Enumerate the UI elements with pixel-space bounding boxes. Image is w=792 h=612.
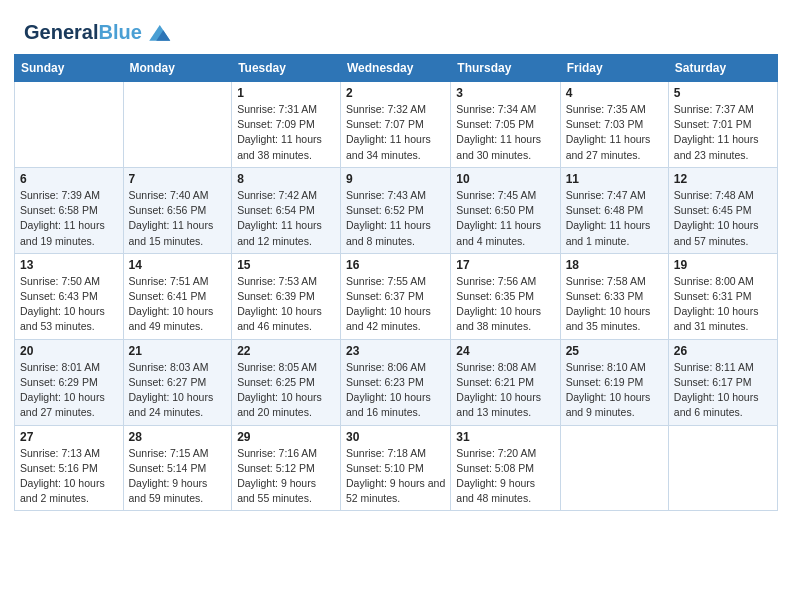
- day-number: 24: [456, 344, 554, 358]
- day-number: 10: [456, 172, 554, 186]
- calendar-cell: 9Sunrise: 7:43 AMSunset: 6:52 PMDaylight…: [341, 167, 451, 253]
- calendar-cell: 12Sunrise: 7:48 AMSunset: 6:45 PMDayligh…: [668, 167, 777, 253]
- day-info: Sunrise: 8:06 AMSunset: 6:23 PMDaylight:…: [346, 360, 445, 421]
- day-number: 21: [129, 344, 227, 358]
- weekday-header: Wednesday: [341, 55, 451, 82]
- day-info: Sunrise: 7:58 AMSunset: 6:33 PMDaylight:…: [566, 274, 663, 335]
- day-info: Sunrise: 7:37 AMSunset: 7:01 PMDaylight:…: [674, 102, 772, 163]
- day-info: Sunrise: 7:43 AMSunset: 6:52 PMDaylight:…: [346, 188, 445, 249]
- day-number: 16: [346, 258, 445, 272]
- day-info: Sunrise: 7:53 AMSunset: 6:39 PMDaylight:…: [237, 274, 335, 335]
- calendar-wrap: SundayMondayTuesdayWednesdayThursdayFrid…: [0, 54, 792, 525]
- calendar-cell: 4Sunrise: 7:35 AMSunset: 7:03 PMDaylight…: [560, 82, 668, 168]
- calendar-cell: 3Sunrise: 7:34 AMSunset: 7:05 PMDaylight…: [451, 82, 560, 168]
- day-number: 5: [674, 86, 772, 100]
- calendar-cell: [15, 82, 124, 168]
- day-info: Sunrise: 7:13 AMSunset: 5:16 PMDaylight:…: [20, 446, 118, 507]
- weekday-header: Friday: [560, 55, 668, 82]
- day-number: 1: [237, 86, 335, 100]
- calendar-cell: 29Sunrise: 7:16 AMSunset: 5:12 PMDayligh…: [232, 425, 341, 511]
- calendar-cell: [560, 425, 668, 511]
- calendar-week-row: 6Sunrise: 7:39 AMSunset: 6:58 PMDaylight…: [15, 167, 778, 253]
- day-info: Sunrise: 7:48 AMSunset: 6:45 PMDaylight:…: [674, 188, 772, 249]
- day-info: Sunrise: 8:00 AMSunset: 6:31 PMDaylight:…: [674, 274, 772, 335]
- day-info: Sunrise: 7:32 AMSunset: 7:07 PMDaylight:…: [346, 102, 445, 163]
- day-number: 8: [237, 172, 335, 186]
- day-number: 2: [346, 86, 445, 100]
- day-number: 28: [129, 430, 227, 444]
- day-info: Sunrise: 8:05 AMSunset: 6:25 PMDaylight:…: [237, 360, 335, 421]
- day-number: 14: [129, 258, 227, 272]
- day-info: Sunrise: 7:20 AMSunset: 5:08 PMDaylight:…: [456, 446, 554, 507]
- day-number: 6: [20, 172, 118, 186]
- day-info: Sunrise: 7:34 AMSunset: 7:05 PMDaylight:…: [456, 102, 554, 163]
- day-info: Sunrise: 7:50 AMSunset: 6:43 PMDaylight:…: [20, 274, 118, 335]
- calendar-cell: 15Sunrise: 7:53 AMSunset: 6:39 PMDayligh…: [232, 253, 341, 339]
- calendar-cell: 8Sunrise: 7:42 AMSunset: 6:54 PMDaylight…: [232, 167, 341, 253]
- calendar-week-row: 1Sunrise: 7:31 AMSunset: 7:09 PMDaylight…: [15, 82, 778, 168]
- day-number: 15: [237, 258, 335, 272]
- day-info: Sunrise: 7:47 AMSunset: 6:48 PMDaylight:…: [566, 188, 663, 249]
- day-number: 26: [674, 344, 772, 358]
- day-number: 27: [20, 430, 118, 444]
- calendar-cell: 20Sunrise: 8:01 AMSunset: 6:29 PMDayligh…: [15, 339, 124, 425]
- day-info: Sunrise: 7:51 AMSunset: 6:41 PMDaylight:…: [129, 274, 227, 335]
- calendar-cell: 2Sunrise: 7:32 AMSunset: 7:07 PMDaylight…: [341, 82, 451, 168]
- day-number: 19: [674, 258, 772, 272]
- calendar-cell: 16Sunrise: 7:55 AMSunset: 6:37 PMDayligh…: [341, 253, 451, 339]
- calendar-week-row: 13Sunrise: 7:50 AMSunset: 6:43 PMDayligh…: [15, 253, 778, 339]
- calendar-cell: 10Sunrise: 7:45 AMSunset: 6:50 PMDayligh…: [451, 167, 560, 253]
- weekday-header: Monday: [123, 55, 232, 82]
- day-number: 20: [20, 344, 118, 358]
- logo-text: GeneralBlue: [24, 22, 142, 42]
- calendar-cell: 27Sunrise: 7:13 AMSunset: 5:16 PMDayligh…: [15, 425, 124, 511]
- calendar-cell: 7Sunrise: 7:40 AMSunset: 6:56 PMDaylight…: [123, 167, 232, 253]
- calendar-cell: 31Sunrise: 7:20 AMSunset: 5:08 PMDayligh…: [451, 425, 560, 511]
- day-number: 30: [346, 430, 445, 444]
- day-info: Sunrise: 8:11 AMSunset: 6:17 PMDaylight:…: [674, 360, 772, 421]
- day-number: 4: [566, 86, 663, 100]
- weekday-header: Saturday: [668, 55, 777, 82]
- day-info: Sunrise: 7:45 AMSunset: 6:50 PMDaylight:…: [456, 188, 554, 249]
- day-number: 23: [346, 344, 445, 358]
- calendar-cell: 14Sunrise: 7:51 AMSunset: 6:41 PMDayligh…: [123, 253, 232, 339]
- day-number: 29: [237, 430, 335, 444]
- calendar-cell: 6Sunrise: 7:39 AMSunset: 6:58 PMDaylight…: [15, 167, 124, 253]
- day-info: Sunrise: 7:16 AMSunset: 5:12 PMDaylight:…: [237, 446, 335, 507]
- calendar-cell: 30Sunrise: 7:18 AMSunset: 5:10 PMDayligh…: [341, 425, 451, 511]
- day-number: 11: [566, 172, 663, 186]
- calendar-cell: 11Sunrise: 7:47 AMSunset: 6:48 PMDayligh…: [560, 167, 668, 253]
- calendar-cell: 25Sunrise: 8:10 AMSunset: 6:19 PMDayligh…: [560, 339, 668, 425]
- calendar-cell: 1Sunrise: 7:31 AMSunset: 7:09 PMDaylight…: [232, 82, 341, 168]
- logo: GeneralBlue: [24, 18, 172, 46]
- day-info: Sunrise: 7:42 AMSunset: 6:54 PMDaylight:…: [237, 188, 335, 249]
- day-number: 25: [566, 344, 663, 358]
- day-number: 9: [346, 172, 445, 186]
- calendar-cell: 17Sunrise: 7:56 AMSunset: 6:35 PMDayligh…: [451, 253, 560, 339]
- day-number: 31: [456, 430, 554, 444]
- day-info: Sunrise: 8:08 AMSunset: 6:21 PMDaylight:…: [456, 360, 554, 421]
- calendar-cell: 22Sunrise: 8:05 AMSunset: 6:25 PMDayligh…: [232, 339, 341, 425]
- header: GeneralBlue: [0, 0, 792, 54]
- day-info: Sunrise: 7:18 AMSunset: 5:10 PMDaylight:…: [346, 446, 445, 507]
- calendar-cell: 28Sunrise: 7:15 AMSunset: 5:14 PMDayligh…: [123, 425, 232, 511]
- day-info: Sunrise: 7:39 AMSunset: 6:58 PMDaylight:…: [20, 188, 118, 249]
- calendar-cell: 18Sunrise: 7:58 AMSunset: 6:33 PMDayligh…: [560, 253, 668, 339]
- calendar-cell: 24Sunrise: 8:08 AMSunset: 6:21 PMDayligh…: [451, 339, 560, 425]
- day-number: 12: [674, 172, 772, 186]
- day-info: Sunrise: 8:03 AMSunset: 6:27 PMDaylight:…: [129, 360, 227, 421]
- calendar-body: 1Sunrise: 7:31 AMSunset: 7:09 PMDaylight…: [15, 82, 778, 511]
- calendar-week-row: 27Sunrise: 7:13 AMSunset: 5:16 PMDayligh…: [15, 425, 778, 511]
- calendar-cell: [123, 82, 232, 168]
- day-info: Sunrise: 8:10 AMSunset: 6:19 PMDaylight:…: [566, 360, 663, 421]
- day-number: 18: [566, 258, 663, 272]
- calendar-cell: 21Sunrise: 8:03 AMSunset: 6:27 PMDayligh…: [123, 339, 232, 425]
- day-info: Sunrise: 7:56 AMSunset: 6:35 PMDaylight:…: [456, 274, 554, 335]
- weekday-header: Thursday: [451, 55, 560, 82]
- calendar-cell: [668, 425, 777, 511]
- day-info: Sunrise: 7:55 AMSunset: 6:37 PMDaylight:…: [346, 274, 445, 335]
- calendar-cell: 23Sunrise: 8:06 AMSunset: 6:23 PMDayligh…: [341, 339, 451, 425]
- day-number: 22: [237, 344, 335, 358]
- calendar-week-row: 20Sunrise: 8:01 AMSunset: 6:29 PMDayligh…: [15, 339, 778, 425]
- day-info: Sunrise: 8:01 AMSunset: 6:29 PMDaylight:…: [20, 360, 118, 421]
